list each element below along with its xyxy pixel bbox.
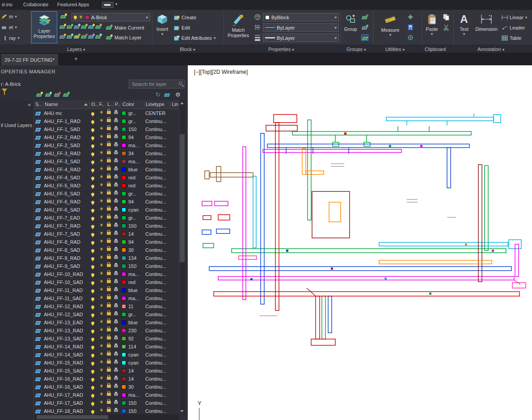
layer-dropdown[interactable]: ☀ A-Brick ▾ [72, 13, 150, 21]
layer-row[interactable]: AHU_FF-13_EAD ☀ blue Continu... [34, 318, 179, 327]
layer-row[interactable]: AHU_FF-4_SAD ☀ red Continu... [34, 174, 179, 182]
annotation-panel-label[interactable]: Annotation ▾ [477, 47, 504, 52]
col-lineweight[interactable]: Lin [170, 102, 178, 108]
layer-on-toggle[interactable] [91, 312, 94, 318]
layer-row[interactable]: AHU_FF-9_RAD ☀ 134 Continu... [34, 254, 179, 262]
layer-color-swatch[interactable] [122, 280, 126, 284]
layer-on-toggle[interactable] [91, 159, 94, 165]
layer-lock-toggle[interactable] [107, 141, 111, 147]
lineweight-icon[interactable] [254, 34, 261, 41]
layer-on-toggle[interactable] [91, 240, 94, 245]
group-selection-icon[interactable] [361, 34, 368, 41]
layer-linetype[interactable]: Continu... [145, 336, 170, 341]
layer-color-swatch[interactable] [122, 224, 126, 228]
layer-freeze-toggle[interactable]: ☀ [99, 142, 104, 147]
cut-tool-draw[interactable]: m ▾ [1, 13, 17, 21]
layer-lock-toggle[interactable] [107, 327, 111, 332]
layer-linetype[interactable]: Continu... [145, 199, 170, 204]
layer-linetype[interactable]: Continu... [145, 328, 170, 333]
layer-color-swatch[interactable] [122, 272, 126, 276]
properties-panel-label[interactable]: Properties ▾ [268, 47, 294, 52]
layer-lock-toggle[interactable] [107, 310, 111, 316]
layer-freeze-toggle[interactable]: ☀ [99, 110, 104, 115]
new-tab-button[interactable]: + [74, 55, 78, 62]
layer-row[interactable]: AHU_FF-7_RAD ☀ 150 Continu... [34, 222, 179, 230]
layer-lock-toggle[interactable] [107, 254, 111, 260]
layer-color-swatch[interactable] [122, 175, 126, 180]
layer-linetype[interactable]: Continu... [145, 360, 170, 365]
layer-lock-toggle[interactable] [107, 351, 111, 356]
layer-freeze-toggle[interactable]: ☀ [99, 376, 104, 381]
layer-row[interactable]: AHU_FF-3_RAD ☀ 34 Continu... [34, 149, 179, 157]
group-button[interactable]: Group [342, 11, 359, 43]
layer-on-toggle[interactable] [91, 393, 94, 398]
layer-row[interactable]: AHU_FF-1_SAD ☀ 150 Continu... [34, 125, 179, 133]
layer-row[interactable]: AHU_FF-4_RAD ☀ blue Continu... [34, 165, 179, 174]
layer-row[interactable]: AHU_FF-2_RAD ☀ 94 Continu... [34, 133, 179, 141]
layer-linetype[interactable]: Continu... [145, 175, 170, 180]
layer-linetype[interactable]: Continu... [145, 296, 170, 301]
settings-gear-icon[interactable]: ⚙ [175, 91, 181, 98]
layer-freeze-toggle[interactable]: ☀ [99, 327, 104, 332]
text-button[interactable]: A Text ▾ [457, 11, 471, 43]
layer-linetype[interactable]: Continu... [145, 280, 170, 285]
layer-lock-toggle[interactable] [107, 149, 111, 155]
layer-lock-toggle[interactable] [107, 294, 111, 300]
layer-linetype[interactable]: Continu... [145, 215, 170, 221]
menu-addins[interactable]: d-ins [2, 2, 13, 7]
layer-row[interactable]: AHU_FF-3_SAD ☀ ma... Continu... [34, 157, 179, 165]
layer-color-swatch[interactable] [122, 111, 126, 115]
layer-plot-toggle[interactable] [114, 375, 118, 381]
layer-freeze-toggle[interactable]: ☀ [99, 223, 104, 228]
scroll-down-icon[interactable] [180, 410, 184, 412]
layer-plot-toggle[interactable] [114, 311, 118, 316]
table-button[interactable]: Table [502, 34, 521, 42]
edit-attributes-button[interactable]: Edit Attributes ▾ [173, 34, 215, 42]
layer-on-toggle[interactable] [91, 385, 94, 390]
layer-lock-toggle[interactable] [107, 109, 111, 115]
col-status[interactable]: S.. [34, 102, 41, 108]
layer-plot-toggle[interactable] [114, 214, 118, 220]
layer-freeze-toggle[interactable]: ☀ [99, 392, 104, 397]
layer-plot-toggle[interactable] [114, 190, 118, 195]
layer-merge-icon[interactable] [73, 34, 80, 40]
layer-on-toggle[interactable] [91, 401, 94, 406]
insert-button[interactable]: Insert ▾ [154, 11, 171, 43]
layer-on-toggle[interactable] [91, 175, 94, 181]
layer-color-swatch[interactable] [122, 135, 126, 140]
layer-row[interactable]: AHU_FF-6_RAD ☀ 94 Continu... [34, 198, 179, 206]
layer-lock-toggle[interactable] [107, 391, 111, 397]
layer-plot-toggle[interactable] [114, 367, 118, 373]
layer-linetype[interactable]: CENTER [145, 110, 170, 116]
layer-color-swatch[interactable] [122, 167, 126, 172]
col-linetype[interactable]: Linetype [144, 102, 165, 108]
layer-row[interactable]: AHU_FF-8_RAD ☀ 94 Continu... [34, 238, 179, 246]
layer-linetype[interactable]: Continu... [145, 312, 170, 317]
layer-linetype[interactable]: Continu... [145, 151, 170, 156]
layer-plot-toggle[interactable] [114, 343, 118, 348]
layer-linetype[interactable]: Continu... [145, 304, 170, 309]
layer-freeze-toggle[interactable]: ☀ [99, 279, 104, 284]
layer-lock-toggle[interactable] [107, 383, 111, 389]
layer-linetype[interactable]: Continu... [145, 255, 170, 261]
layer-on-toggle[interactable] [91, 288, 94, 293]
layer-lock-toggle[interactable] [107, 262, 111, 268]
layer-linetype[interactable]: Continu... [145, 143, 170, 148]
col-plot[interactable]: P.. [113, 102, 120, 108]
lineweight-dropdown[interactable]: ByLayer ▾ [263, 34, 339, 42]
layer-plot-toggle[interactable] [114, 134, 118, 139]
menu-caret-icon[interactable]: ▾ [115, 2, 118, 6]
layer-plot-toggle[interactable] [114, 246, 118, 252]
block-panel-label[interactable]: Block ▾ [180, 47, 195, 52]
layer-lock-toggle[interactable] [107, 182, 111, 187]
layer-freeze-toggle[interactable]: ☀ [99, 150, 104, 155]
filter-item-all-used-layers[interactable]: ll Used Layers [1, 123, 32, 128]
layer-row[interactable]: AHU_FF-17_SAD ☀ 150 Continu... [34, 399, 179, 407]
layer-on-toggle[interactable] [91, 409, 94, 414]
viewport-view-control[interactable]: [Top] [200, 69, 212, 75]
measure-button[interactable]: Measure ▾ [379, 11, 401, 43]
layer-plot-toggle[interactable] [114, 142, 118, 147]
layer-lock-toggle[interactable] [107, 165, 111, 171]
layer-linetype[interactable]: Continu... [145, 207, 170, 212]
layer-plot-toggle[interactable] [114, 271, 118, 276]
